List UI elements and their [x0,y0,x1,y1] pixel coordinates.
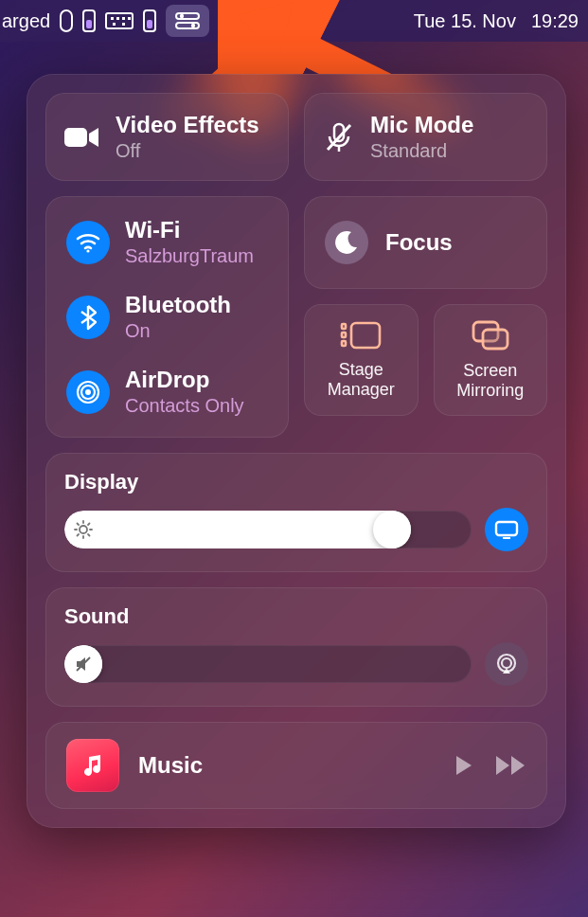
mic-mode-status: Standard [370,140,473,162]
display-tile: Display [45,453,547,572]
moon-icon[interactable] [325,221,368,264]
mic-muted-icon [323,121,355,153]
bluetooth-title: Bluetooth [125,292,231,318]
svg-rect-32 [503,537,510,539]
svg-rect-17 [342,333,346,337]
bluetooth-status: On [125,320,231,342]
wifi-row[interactable]: Wi-Fi SalzburgTraum [66,217,268,267]
speaker-muted-icon [74,655,93,674]
sound-tile: Sound [45,587,547,707]
svg-point-12 [86,249,89,252]
menubar: arged Tue 15. Nov 19:29 [0,0,588,42]
bluetooth-icon[interactable] [66,296,110,339]
airplay-audio-button[interactable] [485,642,528,686]
svg-line-27 [78,524,80,526]
wifi-icon[interactable] [66,221,110,264]
music-title: Music [138,752,203,779]
airdrop-status: Contacts Only [125,395,244,417]
menubar-charged-text: arged [2,10,50,32]
sound-label: Sound [64,604,528,629]
airplay-audio-icon [494,653,519,675]
screen-mirroring-tile[interactable]: Screen Mirroring [434,304,548,416]
svg-rect-31 [496,522,517,535]
svg-rect-2 [176,23,199,28]
video-icon [64,124,100,151]
menubar-date[interactable]: Tue 15. Nov [414,10,516,32]
svg-point-3 [191,24,195,27]
svg-rect-21 [483,330,508,349]
music-app-icon [66,739,119,792]
svg-line-30 [78,534,80,536]
keyboard-icon[interactable] [105,12,134,29]
airdrop-title: AirDrop [125,367,244,393]
control-center-panel: Video Effects Off Mic Mode Standard [27,74,566,828]
airdrop-icon[interactable] [66,370,110,414]
siri-icon[interactable] [243,9,268,33]
sound-slider[interactable] [64,645,472,683]
play-button[interactable] [451,753,475,778]
right-column: Focus Stage Manager Screen Mirroring [304,196,547,438]
menubar-time[interactable]: 19:29 [531,10,579,32]
battery-level-icon-2[interactable] [143,9,156,32]
music-tile[interactable]: Music [45,722,547,809]
video-effects-title: Video Effects [116,112,259,138]
svg-rect-19 [351,323,380,348]
svg-rect-18 [342,341,346,346]
mic-mode-tile[interactable]: Mic Mode Standard [304,93,547,181]
screen-mirroring-label: Screen Mirroring [437,361,544,401]
svg-line-29 [88,524,90,526]
svg-line-28 [88,534,90,536]
mouse-icon[interactable] [60,9,73,32]
play-icon [451,753,475,778]
svg-rect-8 [64,128,87,147]
stage-manager-label: Stage Manager [308,360,415,400]
display-expand-button[interactable] [485,508,528,551]
svg-rect-16 [342,324,346,329]
display-label: Display [64,470,528,494]
sun-icon [74,520,93,539]
connectivity-tile: Wi-Fi SalzburgTraum Bluetooth On [45,196,289,438]
bluetooth-row[interactable]: Bluetooth On [66,292,268,342]
control-center-button[interactable] [166,5,209,37]
screen-mirroring-icon [470,319,511,351]
focus-title: Focus [385,229,453,256]
wifi-status: SalzburgTraum [125,245,254,267]
stage-manager-icon [340,320,382,351]
control-center-icon [175,12,200,29]
video-effects-tile[interactable]: Video Effects Off [45,93,289,181]
fast-forward-icon [494,753,526,778]
wifi-title: Wi-Fi [125,217,254,243]
airdrop-row[interactable]: AirDrop Contacts Only [66,367,268,417]
svg-point-13 [85,389,91,395]
privacy-indicator-dot [224,16,234,26]
svg-rect-0 [176,13,199,19]
video-effects-status: Off [116,140,259,162]
stage-manager-tile[interactable]: Stage Manager [304,304,419,416]
svg-point-1 [180,14,184,18]
battery-level-icon[interactable] [82,9,96,32]
svg-point-22 [80,526,87,533]
next-button[interactable] [494,753,526,778]
display-expand-icon [494,520,519,539]
svg-point-35 [502,658,511,668]
focus-tile[interactable]: Focus [304,196,547,289]
mic-mode-title: Mic Mode [370,112,473,138]
display-slider[interactable] [64,511,472,548]
